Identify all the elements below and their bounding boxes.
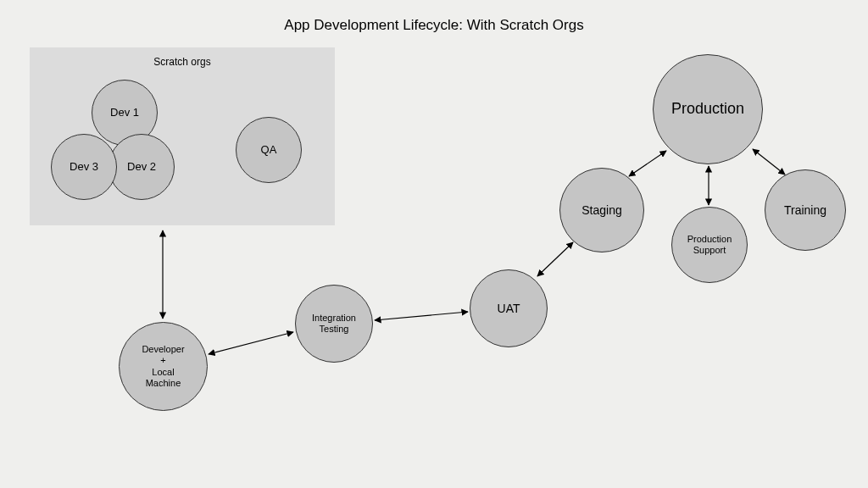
node-staging: Staging	[559, 168, 644, 252]
scratch-orgs-label: Scratch orgs	[30, 56, 335, 68]
node-uat: UAT	[470, 269, 548, 347]
arrow-integration-uat	[375, 312, 468, 320]
diagram-title: App Development Lifecycle: With Scratch …	[0, 17, 868, 34]
arrow-developer-integration	[209, 332, 293, 354]
node-production: Production	[653, 54, 763, 164]
node-prod-support: Production Support	[671, 207, 748, 283]
node-integration: Integration Testing	[295, 285, 373, 363]
node-dev2: Dev 2	[108, 134, 175, 200]
node-training: Training	[765, 169, 846, 251]
node-developer: Developer + Local Machine	[119, 322, 208, 411]
arrow-production-training	[753, 149, 785, 175]
node-dev3: Dev 3	[51, 134, 117, 200]
node-qa: QA	[236, 117, 302, 183]
arrow-staging-production	[629, 151, 666, 176]
arrow-uat-staging	[537, 242, 573, 276]
